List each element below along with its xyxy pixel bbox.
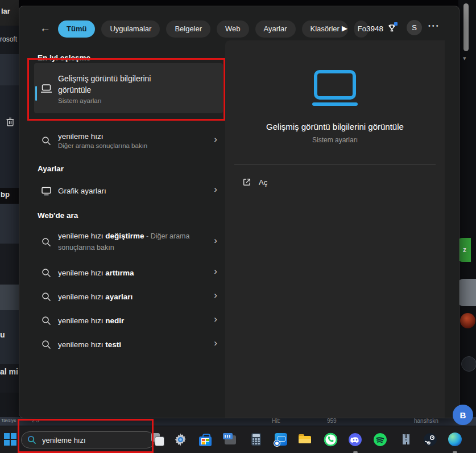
keyboard-app-button[interactable] <box>223 432 238 447</box>
search-icon <box>34 316 58 326</box>
taskbar <box>0 426 476 453</box>
spotify-icon <box>373 433 387 447</box>
bg-fragment-bp: bp <box>1 190 10 199</box>
search-icon <box>34 268 58 278</box>
web-suggestion-bold: testi <box>105 340 121 349</box>
calculator-button[interactable] <box>249 432 263 447</box>
tab-apps[interactable]: Uygulamalar <box>101 20 160 38</box>
file-explorer-button[interactable] <box>298 432 313 447</box>
bg-fragment-microsoft: rosoft <box>0 35 17 43</box>
rewards-counter[interactable]: 3948 <box>366 23 397 34</box>
best-match-heading: En iyi eşleşme <box>38 53 90 62</box>
scroll-tabs-right-icon[interactable]: ▶ <box>342 24 347 32</box>
preview-title: Gelişmiş görüntü bilgilerini görüntüle <box>258 122 412 131</box>
web-suggestion-prefix: yenileme hızı <box>58 269 105 277</box>
folder-icon <box>298 432 313 447</box>
tab-web[interactable]: Web <box>217 20 249 38</box>
best-match-result[interactable]: Gelişmiş görüntü bilgilerini görüntüle S… <box>34 63 223 113</box>
open-external-icon <box>242 178 251 187</box>
search-icon <box>34 237 58 247</box>
search-icon <box>34 136 58 146</box>
bg-fragment-tab-numbers: 2 3 <box>32 418 39 423</box>
castle-game-button[interactable] <box>399 432 413 447</box>
web-search-heading: Web'de ara <box>38 211 78 220</box>
task-view-button[interactable] <box>150 432 165 447</box>
web-suggestion-bold: ayarları <box>105 293 133 301</box>
tab-documents[interactable]: Belgeler <box>166 20 210 38</box>
search-icon <box>34 292 58 302</box>
web-suggestion-bold: nedir <box>105 316 124 325</box>
screen: lar rosoft bp u al mi ▾ z Tavsiye 2 3 Hi… <box>0 0 476 453</box>
web-suggestion-prefix: yenileme hızı <box>58 293 105 301</box>
steam-button[interactable] <box>423 432 437 447</box>
web-suggestion-row[interactable]: yenileme hızı değiştirme - Diğer arama s… <box>34 225 223 258</box>
edge-icon <box>448 433 462 446</box>
rewards-points: 3948 <box>366 24 383 33</box>
search-input[interactable] <box>41 435 134 445</box>
more-options-icon[interactable]: ••• <box>428 22 440 29</box>
settings-button[interactable] <box>173 432 188 447</box>
web-suggestion-row[interactable]: yenileme hızı testi › <box>34 332 223 356</box>
background-left-strip: lar rosoft bp u al mi <box>0 0 19 417</box>
chevron-right-icon[interactable]: › <box>214 337 217 349</box>
open-action[interactable]: Aç <box>242 178 267 187</box>
bg-fragment-lar: lar <box>1 7 10 15</box>
web-suggestion-row[interactable]: yenileme hızı ayarları › <box>34 285 223 308</box>
chevron-right-icon[interactable]: › <box>214 314 217 325</box>
chevron-right-icon[interactable]: › <box>214 290 217 301</box>
chevron-right-icon[interactable]: › <box>214 184 217 195</box>
task-view-icon <box>150 432 165 447</box>
spotify-button[interactable] <box>372 432 387 447</box>
background-card-fragment <box>458 279 476 306</box>
monitor-icon <box>34 186 58 196</box>
web-suggestion-prefix: yenileme hızı <box>58 340 105 349</box>
chevron-right-icon[interactable]: › <box>214 134 217 145</box>
web-suggestion-bold: değiştirme <box>105 232 144 240</box>
search-icon <box>34 340 58 349</box>
microsoft-store-icon <box>199 436 212 446</box>
outlook-icon <box>275 433 287 446</box>
status-username: hanshskn <box>414 418 438 424</box>
keyboard-icon <box>223 432 238 447</box>
bg-fragment-tavsiye: Tavsiye <box>1 418 16 423</box>
start-button[interactable] <box>4 433 16 446</box>
preview-subtitle: Sistem ayarları <box>312 136 358 144</box>
background-green-button[interactable]: z <box>458 238 471 262</box>
preview-panel: Gelişmiş görüntü bilgilerini görüntüle S… <box>225 40 445 418</box>
outlook-button[interactable] <box>274 432 288 447</box>
tab-settings[interactable]: Ayarlar <box>255 20 296 38</box>
chevron-right-icon[interactable]: › <box>214 266 217 277</box>
open-label: Aç <box>259 178 267 187</box>
tab-all[interactable]: Tümü <box>58 20 95 38</box>
status-hit-label: Hit: <box>272 418 280 424</box>
filter-tabs: Tümü Uygulamalar Belgeler Web Ayarlar Kl… <box>58 20 368 38</box>
laptop-icon <box>34 84 58 93</box>
castle-game-icon <box>400 433 412 446</box>
settings-item-label: Grafik ayarları <box>58 187 223 195</box>
bg-fragment-al-mi: al mi <box>0 367 18 376</box>
scrollbar-thumb[interactable] <box>463 3 469 51</box>
rewards-trophy-icon <box>387 23 397 34</box>
best-match-title: Gelişmiş görüntü bilgilerini görüntüle <box>58 73 186 96</box>
scrollbar-down-icon[interactable]: ▾ <box>463 55 466 62</box>
status-number: 959 <box>327 418 337 424</box>
search-suggestion-row[interactable]: yenileme hızı Diğer arama sonuçlarına ba… <box>34 126 223 155</box>
background-avatar-fragment-2 <box>461 356 476 372</box>
whatsapp-button[interactable] <box>323 432 338 447</box>
search-flyout: ← Tümü Uygulamalar Belgeler Web Ayarlar … <box>19 6 460 418</box>
browser-profile-avatar[interactable]: B <box>453 405 473 425</box>
settings-result-graphics[interactable]: Grafik ayarları › <box>34 178 223 203</box>
bg-fragment-u: u <box>0 330 5 339</box>
account-avatar[interactable]: S <box>407 20 422 35</box>
taskbar-search-box[interactable] <box>21 431 155 448</box>
edge-button[interactable] <box>448 432 462 447</box>
discord-button[interactable] <box>347 432 362 447</box>
tab-folders[interactable]: Klasörler <box>302 20 348 38</box>
whatsapp-icon <box>324 433 338 447</box>
back-arrow-icon[interactable]: ← <box>40 22 51 35</box>
chevron-right-icon[interactable]: › <box>214 235 217 246</box>
web-suggestion-row[interactable]: yenileme hızı arttırma › <box>34 261 223 285</box>
trash-icon <box>5 116 15 127</box>
web-suggestion-row[interactable]: yenileme hızı nedir › <box>34 308 223 332</box>
microsoft-store-button[interactable] <box>198 432 213 447</box>
